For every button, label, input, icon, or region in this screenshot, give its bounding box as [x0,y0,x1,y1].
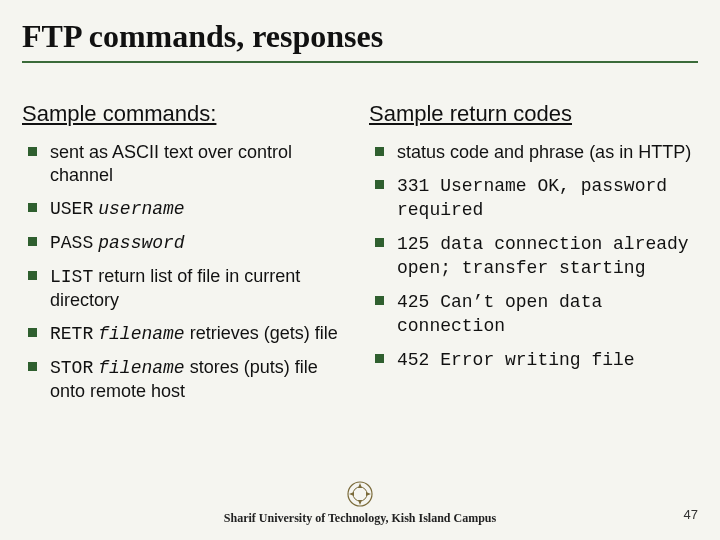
list-item: STOR filename stores (puts) file onto re… [22,356,351,403]
list-item: 331 Username OK, password required [369,174,698,222]
svg-point-1 [353,487,367,501]
list-item: RETR filename retrieves (gets) file [22,322,351,346]
footer-text: Sharif University of Technology, Kish Is… [0,511,720,526]
cmd-arg: username [98,199,184,219]
bullet-icon [28,271,37,280]
logo-icon [345,479,375,509]
code-text: 425 Can’t open data connection [397,292,602,336]
bullet-icon [28,237,37,246]
slide-title: FTP commands, responses [22,18,698,63]
item-text: status code and phrase (as in HTTP) [397,142,691,162]
list-item: PASS password [22,231,351,255]
list-item: 425 Can’t open data connection [369,290,698,338]
left-column: Sample commands: sent as ASCII text over… [22,101,351,413]
list-item: LIST return list of file in current dire… [22,265,351,312]
bullet-icon [28,203,37,212]
right-column: Sample return codes status code and phra… [369,101,698,413]
cmd-name: RETR [50,324,93,344]
cmd-name: PASS [50,233,93,253]
item-text: sent as ASCII text over control channel [50,142,292,185]
item-tail: retrieves (gets) file [185,323,338,343]
right-list: status code and phrase (as in HTTP) 331 … [369,141,698,372]
cmd-arg: filename [98,324,184,344]
cmd-arg: filename [98,358,184,378]
left-heading: Sample commands: [22,101,351,127]
bullet-icon [375,296,384,305]
list-item: 125 data connection already open; transf… [369,232,698,280]
footer: Sharif University of Technology, Kish Is… [0,479,720,526]
cmd-name: USER [50,199,93,219]
cmd-name: LIST [50,267,93,287]
code-text: 125 data connection already open; transf… [397,234,689,278]
bullet-icon [375,180,384,189]
right-heading: Sample return codes [369,101,698,127]
content-columns: Sample commands: sent as ASCII text over… [22,101,698,413]
bullet-icon [28,328,37,337]
bullet-icon [28,362,37,371]
list-item: status code and phrase (as in HTTP) [369,141,698,164]
code-text: 452 Error writing file [397,350,635,370]
list-item: USER username [22,197,351,221]
bullet-icon [375,147,384,156]
bullet-icon [375,354,384,363]
cmd-arg: password [98,233,184,253]
bullet-icon [28,147,37,156]
page-number: 47 [684,507,698,522]
list-item: 452 Error writing file [369,348,698,372]
code-text: 331 Username OK, password required [397,176,667,220]
bullet-icon [375,238,384,247]
cmd-name: STOR [50,358,93,378]
list-item: sent as ASCII text over control channel [22,141,351,187]
left-list: sent as ASCII text over control channel … [22,141,351,403]
